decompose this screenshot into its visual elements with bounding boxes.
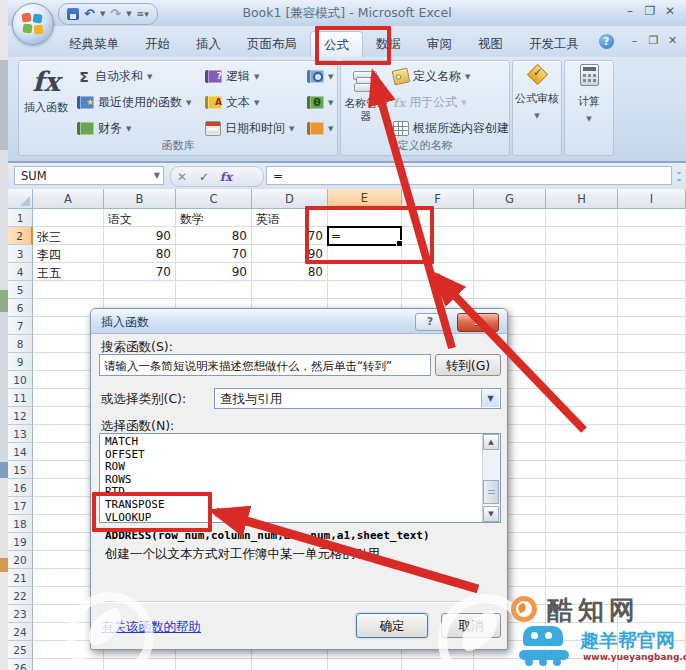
- cell-H8[interactable]: [546, 335, 618, 353]
- cell-H24[interactable]: [546, 623, 618, 641]
- cell-I1[interactable]: [618, 209, 686, 227]
- cell-E5[interactable]: [328, 281, 402, 299]
- function-list-item-match[interactable]: MATCH: [100, 436, 500, 449]
- cell-F26[interactable]: [402, 659, 474, 670]
- row-header-3[interactable]: 3: [8, 245, 33, 263]
- cell-A1[interactable]: [33, 209, 104, 227]
- cell-I21[interactable]: [618, 569, 686, 587]
- cell-B5[interactable]: [104, 281, 176, 299]
- cell-A4[interactable]: 王五: [33, 263, 104, 281]
- cell-B4[interactable]: 70: [104, 263, 176, 281]
- more-functions-button[interactable]: ▼: [307, 119, 333, 138]
- select-all-corner[interactable]: [8, 189, 33, 209]
- office-button[interactable]: [12, 3, 54, 45]
- cell-A5[interactable]: [33, 281, 104, 299]
- row-header-9[interactable]: 9: [8, 353, 33, 371]
- date-time-button[interactable]: 日期和时间▼: [205, 119, 294, 138]
- cell-H14[interactable]: [546, 443, 618, 461]
- expand-formula-bar-icon[interactable]: ⌄⌄: [673, 168, 685, 182]
- row-header-18[interactable]: 18: [8, 515, 33, 533]
- cell-I22[interactable]: [618, 587, 686, 605]
- tab-page-layout[interactable]: 页面布局: [234, 31, 310, 57]
- row-header-10[interactable]: 10: [8, 371, 33, 389]
- cell-G4[interactable]: [474, 263, 546, 281]
- cell-B2[interactable]: 90: [104, 227, 176, 245]
- cell-I6[interactable]: [618, 299, 686, 317]
- row-header-23[interactable]: 23: [8, 605, 33, 623]
- cell-G26[interactable]: [474, 659, 546, 670]
- cell-H13[interactable]: [546, 425, 618, 443]
- cell-H21[interactable]: [546, 569, 618, 587]
- cell-D26[interactable]: [252, 659, 328, 670]
- scroll-down-icon[interactable]: ▼: [483, 506, 499, 522]
- cell-H20[interactable]: [546, 551, 618, 569]
- undo-icon[interactable]: ↶: [84, 8, 95, 20]
- row-header-4[interactable]: 4: [8, 263, 33, 281]
- undo-dropdown-icon[interactable]: ▼: [100, 10, 105, 18]
- group-calculation[interactable]: 计算 ▼: [564, 60, 614, 156]
- cell-B26[interactable]: [104, 659, 176, 670]
- row-header-19[interactable]: 19: [8, 533, 33, 551]
- row-header-26[interactable]: 26: [8, 659, 33, 670]
- row-header-16[interactable]: 16: [8, 479, 33, 497]
- cell-I18[interactable]: [618, 515, 686, 533]
- text-button[interactable]: A文本▼: [205, 93, 294, 112]
- use-in-formula-button[interactable]: fx用于公式▼: [393, 93, 509, 112]
- cell-G3[interactable]: [474, 245, 546, 263]
- row-header-21[interactable]: 21: [8, 569, 33, 587]
- cell-H1[interactable]: [546, 209, 618, 227]
- cell-H22[interactable]: [546, 587, 618, 605]
- cell-H5[interactable]: [546, 281, 618, 299]
- scroll-up-icon[interactable]: ▲: [483, 434, 499, 450]
- row-header-8[interactable]: 8: [8, 335, 33, 353]
- column-header-G[interactable]: G: [474, 189, 546, 209]
- cell-I24[interactable]: [618, 623, 686, 641]
- redo-dropdown-icon[interactable]: ▼: [126, 10, 131, 18]
- cancel-entry-icon[interactable]: ✕: [171, 170, 193, 184]
- minimize-button[interactable]: –: [620, 4, 640, 18]
- cell-H11[interactable]: [546, 389, 618, 407]
- workbook-close-button[interactable]: ✕: [663, 34, 682, 47]
- autosum-button[interactable]: Σ自动求和▼: [77, 67, 191, 86]
- function-list-item-offset[interactable]: OFFSET: [100, 449, 500, 462]
- cell-I15[interactable]: [618, 461, 686, 479]
- logical-button[interactable]: ?逻辑▼: [205, 67, 294, 86]
- cell-H12[interactable]: [546, 407, 618, 425]
- tab-insert[interactable]: 插入: [183, 31, 234, 57]
- row-header-14[interactable]: 14: [8, 443, 33, 461]
- column-header-H[interactable]: H: [546, 189, 618, 209]
- row-header-7[interactable]: 7: [8, 317, 33, 335]
- row-header-1[interactable]: 1: [8, 209, 33, 227]
- cancel-button[interactable]: 取消: [441, 613, 501, 638]
- row-header-17[interactable]: 17: [8, 497, 33, 515]
- cell-I19[interactable]: [618, 533, 686, 551]
- cell-C26[interactable]: [176, 659, 252, 670]
- cell-E4[interactable]: [328, 263, 402, 281]
- create-from-selection-button[interactable]: 根据所选内容创建: [393, 119, 509, 138]
- insert-function-button[interactable]: fx 插入函数: [23, 65, 69, 137]
- row-header-24[interactable]: 24: [8, 623, 33, 641]
- dialog-help-icon[interactable]: ?: [415, 313, 445, 331]
- tab-view[interactable]: 视图: [465, 31, 516, 57]
- row-header-5[interactable]: 5: [8, 281, 33, 299]
- ok-button[interactable]: 确定: [356, 613, 428, 638]
- cell-H10[interactable]: [546, 371, 618, 389]
- cell-I9[interactable]: [618, 353, 686, 371]
- cell-H7[interactable]: [546, 317, 618, 335]
- row-header-2[interactable]: 2: [8, 227, 33, 245]
- math-trig-button[interactable]: θ▼: [307, 93, 333, 112]
- row-header-6[interactable]: 6: [8, 299, 33, 317]
- help-icon[interactable]: ?: [599, 34, 614, 49]
- category-dropdown[interactable]: 查找与引用 ▼: [214, 388, 501, 409]
- search-function-input[interactable]: 请输入一条简短说明来描述您想做什么，然后单击“转到”: [99, 354, 431, 376]
- workbook-restore-button[interactable]: ❐: [644, 34, 663, 47]
- function-help-link[interactable]: 有关该函数的帮助: [101, 619, 201, 636]
- cell-E26[interactable]: [328, 659, 402, 670]
- recent-functions-button[interactable]: ★最近使用的函数▼: [77, 93, 191, 112]
- cell-C4[interactable]: 90: [176, 263, 252, 281]
- lookup-reference-button[interactable]: ▼: [307, 67, 333, 86]
- workbook-minimize-button[interactable]: –: [625, 34, 644, 47]
- cell-I16[interactable]: [618, 479, 686, 497]
- cell-H23[interactable]: [546, 605, 618, 623]
- cell-I26[interactable]: [618, 659, 686, 670]
